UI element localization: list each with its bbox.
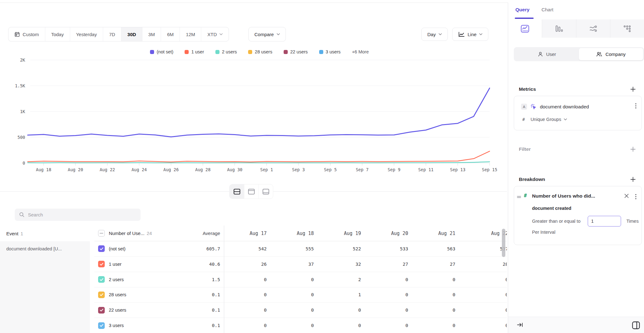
date-value: 563	[413, 246, 460, 251]
chart-type-tabs	[508, 19, 644, 38]
date-column-header[interactable]: Aug 17	[224, 231, 271, 236]
breakdown-kebab-icon[interactable]	[635, 194, 636, 201]
collapse-panel-icon[interactable]	[517, 322, 523, 329]
svg-text:500: 500	[18, 135, 25, 140]
range-12m[interactable]: 12M	[180, 27, 201, 41]
date-value: 0	[465, 308, 507, 313]
panel-layout-icon[interactable]	[632, 321, 640, 331]
compare-button[interactable]: Compare	[248, 27, 286, 41]
event-name-cell	[0, 257, 94, 272]
date-value: 0	[465, 323, 507, 328]
range-30d[interactable]: 30D	[121, 27, 142, 41]
date-value: 37	[271, 262, 318, 267]
row-checkbox[interactable]	[98, 322, 105, 329]
row-checkbox[interactable]	[98, 307, 105, 314]
table-row: 2 users1.5002000	[0, 272, 507, 287]
breakdown-card[interactable]: # Number of Users who did... document cr…	[514, 186, 642, 245]
chart-type-bar-tab[interactable]	[542, 19, 576, 38]
close-icon[interactable]	[624, 194, 629, 199]
svg-text:Aug 18: Aug 18	[36, 167, 51, 172]
user-icon	[538, 52, 543, 57]
panel-bottom-bar	[508, 317, 644, 333]
date-column-header[interactable]: Aug 21	[413, 231, 460, 236]
times-unit-label: Times	[626, 219, 639, 224]
svg-text:Aug 20: Aug 20	[68, 167, 83, 172]
audience-user-option[interactable]: User	[515, 48, 579, 60]
calendar-icon	[14, 32, 20, 37]
vertical-scrollbar[interactable]	[502, 229, 505, 257]
audience-company-option[interactable]: Company	[579, 48, 643, 60]
row-label: 28 users	[109, 292, 126, 297]
granularity-label: Day	[427, 32, 436, 37]
table-row: document downloaded [U...(not set)605.75…	[0, 241, 507, 257]
event-name-cell[interactable]: document downloaded [U...	[0, 241, 94, 257]
date-column-header[interactable]: Aug 20	[365, 231, 413, 236]
tab-query[interactable]: Query	[515, 7, 530, 13]
add-metric-button[interactable]	[630, 86, 636, 92]
range-3m[interactable]: 3M	[142, 27, 161, 41]
average-header[interactable]: Average	[173, 231, 224, 236]
audience-user-label: User	[546, 52, 556, 57]
chevron-down-icon	[439, 33, 442, 35]
tab-chart[interactable]: Chart	[541, 7, 553, 13]
date-value: 0	[318, 308, 365, 313]
granularity-button[interactable]: Day	[421, 28, 448, 41]
row-checkbox[interactable]	[98, 261, 105, 267]
date-column-header[interactable]: Aug 19	[318, 231, 365, 236]
metrics-heading: Metrics	[519, 86, 536, 92]
range-custom[interactable]: Custom	[8, 27, 45, 41]
event-name-cell	[0, 318, 94, 333]
row-checkbox[interactable]	[98, 245, 105, 252]
add-breakdown-button[interactable]	[630, 177, 636, 182]
select-all-checkbox[interactable]	[98, 230, 105, 237]
average-value: 0.1	[173, 308, 224, 313]
event-header-cell[interactable]: Event 1	[0, 226, 94, 241]
date-value: 0	[271, 323, 318, 328]
row-label: 3 users	[109, 323, 124, 328]
audience-toggle: User Company	[514, 47, 644, 61]
layout-chart-only-button[interactable]	[244, 184, 258, 199]
date-value: 0	[224, 277, 271, 282]
search-input[interactable]	[28, 212, 136, 217]
date-column-header[interactable]: Aug 18	[271, 231, 318, 236]
table-row: 28 users0.1001000	[0, 287, 507, 303]
line-chart[interactable]: 05001K1.5K2KAug 18Aug 20Aug 22Aug 24Aug …	[0, 53, 507, 179]
metric-aggregation[interactable]: # Unique Groups	[522, 117, 567, 122]
group-header-cell[interactable]: Number of Use... 24	[94, 230, 173, 237]
add-filter-button[interactable]	[630, 146, 636, 152]
row-checkbox[interactable]	[98, 292, 105, 298]
metric-kebab-icon[interactable]	[635, 103, 636, 110]
row-label: 2 users	[109, 277, 124, 282]
event-name-cell	[0, 272, 94, 287]
drag-handle-icon[interactable]	[517, 194, 521, 200]
times-value-input[interactable]	[588, 216, 621, 227]
date-column-header[interactable]: Aug 22	[465, 231, 507, 236]
range-yesterday[interactable]: Yesterday	[70, 27, 103, 41]
svg-text:Aug 28: Aug 28	[195, 167, 211, 172]
average-value: 0.1	[173, 323, 224, 328]
layout-split-button[interactable]	[230, 184, 244, 199]
range-xtd[interactable]: XTD	[201, 27, 229, 41]
search-icon	[19, 212, 25, 217]
average-value: 605.7	[173, 246, 224, 251]
layout-table-only-button[interactable]	[258, 184, 273, 199]
range-6m[interactable]: 6M	[161, 27, 180, 41]
row-label: 22 users	[109, 308, 126, 313]
active-tab-underline	[515, 18, 534, 19]
date-value: 0	[413, 292, 460, 297]
search-box	[15, 209, 141, 221]
chart-type-flow-tab[interactable]	[576, 19, 610, 38]
average-value: 1.5	[173, 277, 224, 282]
chart-type-button[interactable]: Line	[452, 28, 488, 41]
range-today[interactable]: Today	[45, 27, 70, 41]
table-row: 3 users0.1000000	[0, 318, 507, 333]
row-label: (not set)	[109, 246, 125, 251]
chart-type-grid-tab[interactable]	[610, 19, 644, 38]
svg-text:Aug 30: Aug 30	[227, 167, 242, 172]
row-checkbox[interactable]	[98, 276, 105, 283]
results-table: Event 1 Number of Use... 24 Average	[0, 226, 507, 333]
range-7d[interactable]: 7D	[103, 27, 121, 41]
chart-type-line-tab[interactable]	[508, 19, 542, 38]
panel-tabs: Query Chart	[508, 3, 644, 19]
metric-card[interactable]: A document downloaded # Unique Groups	[514, 96, 642, 130]
